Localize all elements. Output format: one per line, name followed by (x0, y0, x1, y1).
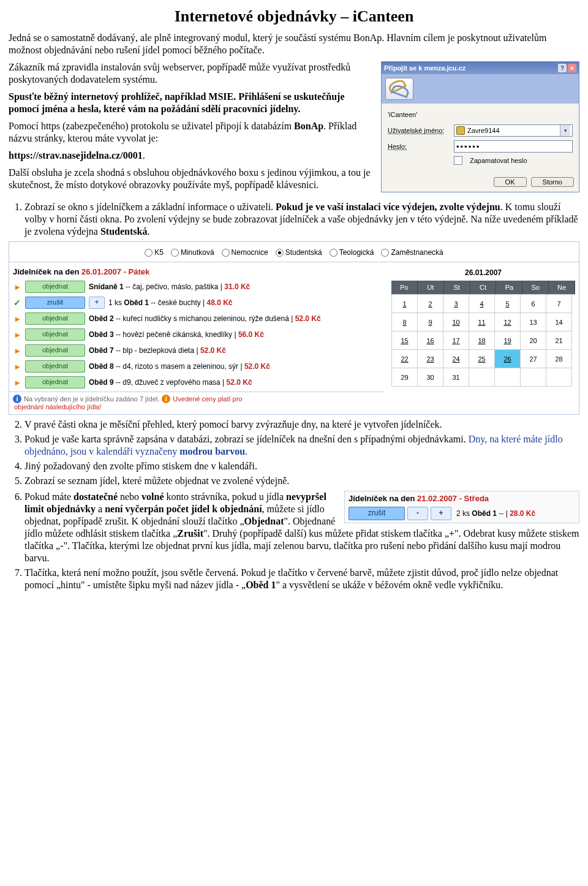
order-button[interactable]: objednat (25, 344, 85, 357)
plus-button[interactable]: + (89, 297, 105, 309)
snippet-minus-button[interactable]: - (407, 507, 428, 520)
cal-dayhead: So (522, 281, 549, 294)
password-field[interactable]: •••••• (454, 140, 573, 153)
meal-desc: Oběd 3 -- hovězí pečeně cikánská, knedlí… (89, 330, 380, 339)
cal-day[interactable]: 11 (469, 313, 495, 331)
panel-footer: i Na vybraný den je v jídelníčku zadáno … (13, 395, 380, 403)
dispenser-row: K5MinutkováNemocniceStudentskáTeologická… (13, 243, 575, 260)
cal-day[interactable]: 10 (443, 313, 469, 331)
dispenser-k5[interactable]: K5 (145, 248, 164, 257)
cal-day[interactable]: 4 (469, 295, 495, 313)
steps-1: Zobrazí se okno s jídelníčkem a základní… (9, 201, 579, 238)
cal-day[interactable]: 1 (392, 295, 418, 313)
cal-dayhead: St (444, 281, 470, 294)
snippet-plus-button[interactable]: + (431, 507, 451, 520)
password-label: Heslo: (388, 143, 449, 150)
cal-day[interactable]: 24 (443, 350, 469, 368)
cal-day[interactable]: 28 (546, 350, 572, 368)
cal-day[interactable]: 15 (392, 331, 418, 350)
steps-2: V pravé části okna je měsíční přehled, k… (9, 418, 579, 487)
cal-day[interactable]: 7 (546, 295, 572, 313)
snippet-text: 2 ks Oběd 1 -- | 28.0 Kč (456, 509, 535, 518)
info-orange-icon: i (162, 395, 170, 403)
cal-day[interactable]: 23 (418, 350, 443, 368)
login-banner (382, 74, 579, 104)
snippet-date: Jídelníček na den 21.02.2007 - Středa (349, 494, 575, 503)
cancel-button[interactable]: zrušit (25, 297, 85, 309)
cal-day[interactable]: 5 (495, 295, 521, 313)
order-button[interactable]: objednat (25, 328, 85, 341)
user-icon (456, 126, 465, 135)
cal-day[interactable]: 9 (418, 313, 443, 331)
dispenser-studentská[interactable]: Studentská (276, 248, 322, 257)
cal-day[interactable]: 30 (418, 368, 443, 387)
calendar-grid: 1234567891011121314151617181920212223242… (391, 294, 575, 387)
step-5: Zobrazí se seznam jídel, které můžete ob… (24, 475, 579, 487)
login-realm: 'iCanteen' (388, 111, 573, 118)
cal-day[interactable]: 14 (546, 313, 572, 331)
calendar: 26.01.2007 PoUtStCtPaSoNe 12345678910111… (391, 267, 575, 411)
radio-icon[interactable] (171, 249, 179, 257)
cal-day[interactable]: 27 (521, 350, 546, 368)
cal-day[interactable]: 13 (521, 313, 546, 331)
close-icon[interactable]: × (568, 64, 576, 72)
order-button[interactable]: objednat (25, 281, 85, 293)
username-field[interactable]: Zavre9144 ▾ (454, 124, 573, 137)
footer-line2: objednání následujícího jídla! (14, 403, 380, 411)
page-title: Internetové objednávky – iCanteen (9, 7, 579, 26)
chevron-down-icon[interactable]: ▾ (560, 125, 570, 136)
cal-day[interactable]: 16 (418, 331, 443, 350)
cal-day[interactable]: 12 (495, 313, 521, 331)
remember-checkbox[interactable] (454, 156, 462, 165)
snippet-cancel-button[interactable]: zrušit (349, 507, 405, 520)
cal-day[interactable]: 6 (521, 295, 546, 313)
cal-day[interactable]: 19 (495, 331, 521, 350)
cal-day[interactable]: 20 (521, 331, 546, 350)
arrow-icon: ▸ (13, 378, 21, 387)
radio-icon[interactable] (222, 249, 230, 257)
cal-day[interactable]: 2 (418, 295, 443, 313)
order-button[interactable]: objednat (25, 312, 85, 325)
dispenser-teologická[interactable]: Teologická (330, 248, 374, 257)
meal-desc: Oběd 8 -- d4, rizoto s masem a zeleninou… (89, 362, 380, 371)
ok-button[interactable]: OK (494, 177, 527, 187)
cal-day (521, 368, 546, 387)
cal-dayhead: Ct (470, 281, 497, 294)
dispenser-minutková[interactable]: Minutková (171, 248, 214, 257)
menu-row: ▸objednatOběd 3 -- hovězí pečeně cikánsk… (13, 328, 380, 341)
remember-label: Zapamatovat heslo (470, 157, 527, 164)
dispenser-nemocnice[interactable]: Nemocnice (222, 248, 268, 257)
menu-column: Jídelníček na den 26.01.2007 - Pátek ▸ob… (13, 263, 380, 411)
cal-day[interactable]: 25 (469, 350, 495, 368)
cal-day (546, 368, 572, 387)
cal-day[interactable]: 26 (495, 350, 521, 368)
keys-icon (385, 78, 413, 100)
cal-day[interactable]: 17 (443, 331, 469, 350)
arrow-icon: ▸ (13, 330, 21, 339)
login-dialog: Připojit se k menza.jcu.cz ? × 'iCanteen… (381, 61, 579, 192)
storno-button[interactable]: Storno (531, 177, 574, 187)
help-icon[interactable]: ? (558, 64, 567, 72)
menu-row: ✓zrušit+1 ks Oběd 1 -- české buchty | 48… (13, 296, 380, 309)
cal-day[interactable]: 31 (443, 368, 469, 387)
cal-day[interactable]: 18 (469, 331, 495, 350)
icanteen-panel: K5MinutkováNemocniceStudentskáTeologická… (9, 241, 579, 415)
password-value: •••••• (456, 143, 480, 151)
cal-day (495, 368, 521, 387)
cal-day[interactable]: 8 (392, 313, 418, 331)
cal-day[interactable]: 21 (546, 331, 572, 350)
step-2: V pravé části okna je měsíční přehled, k… (24, 418, 579, 431)
cal-day[interactable]: 22 (392, 350, 418, 368)
radio-icon[interactable] (145, 249, 153, 257)
cal-day[interactable]: 29 (392, 368, 418, 387)
radio-icon[interactable] (381, 249, 389, 257)
menu-row: ▸objednatOběd 9 -- d9, džuveč z vepřovéh… (13, 376, 380, 389)
order-button[interactable]: objednat (25, 360, 85, 373)
radio-icon[interactable] (276, 249, 284, 257)
order-button[interactable]: objednat (25, 376, 85, 388)
cal-day[interactable]: 3 (443, 295, 469, 313)
radio-icon[interactable] (330, 249, 337, 257)
login-body: 'iCanteen' Uživatelské jméno: Zavre9144 … (382, 104, 579, 173)
dispenser-zaměstnanecká[interactable]: Zaměstnanecká (381, 248, 443, 257)
username-label: Uživatelské jméno: (388, 127, 449, 134)
